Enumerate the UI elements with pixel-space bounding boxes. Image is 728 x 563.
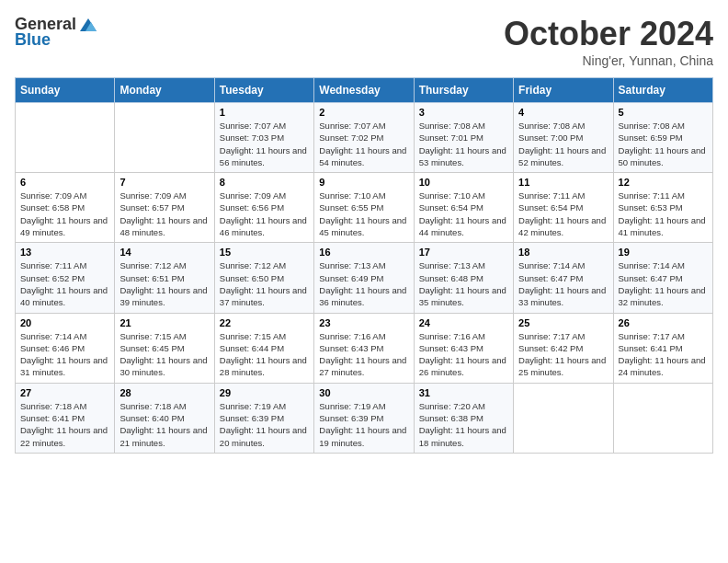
- calendar-cell: 12Sunrise: 7:11 AMSunset: 6:53 PMDayligh…: [613, 173, 712, 243]
- day-detail: Sunrise: 7:14 AMSunset: 6:47 PMDaylight:…: [518, 259, 608, 308]
- logo-blue-text: Blue: [15, 30, 51, 50]
- week-row-4: 20Sunrise: 7:14 AMSunset: 6:46 PMDayligh…: [16, 313, 713, 383]
- day-number: 12: [619, 177, 708, 188]
- day-number: 20: [20, 317, 109, 328]
- day-number: 2: [319, 107, 408, 118]
- calendar-cell: 16Sunrise: 7:13 AMSunset: 6:49 PMDayligh…: [314, 243, 414, 313]
- day-number: 28: [119, 387, 209, 398]
- week-row-3: 13Sunrise: 7:11 AMSunset: 6:52 PMDayligh…: [16, 243, 713, 313]
- day-detail: Sunrise: 7:08 AMSunset: 7:01 PMDaylight:…: [419, 120, 508, 168]
- calendar-cell: [115, 103, 214, 173]
- calendar-cell: 20Sunrise: 7:14 AMSunset: 6:46 PMDayligh…: [16, 313, 115, 383]
- calendar-cell: 1Sunrise: 7:07 AMSunset: 7:03 PMDaylight…: [214, 103, 313, 173]
- day-detail: Sunrise: 7:11 AMSunset: 6:54 PMDaylight:…: [518, 190, 608, 238]
- weekday-header-sunday: Sunday: [16, 78, 115, 103]
- title-block: October 2024 Ning'er, Yunnan, China: [504, 15, 713, 68]
- location-subtitle: Ning'er, Yunnan, China: [504, 53, 713, 68]
- calendar-body: 1Sunrise: 7:07 AMSunset: 7:03 PMDaylight…: [16, 103, 713, 454]
- calendar-cell: 22Sunrise: 7:15 AMSunset: 6:44 PMDayligh…: [214, 313, 313, 383]
- weekday-header-row: SundayMondayTuesdayWednesdayThursdayFrid…: [16, 78, 713, 103]
- day-number: 14: [119, 247, 209, 258]
- calendar-cell: 21Sunrise: 7:15 AMSunset: 6:45 PMDayligh…: [115, 313, 214, 383]
- day-number: 10: [419, 177, 508, 188]
- day-number: 25: [518, 317, 608, 328]
- calendar-cell: 23Sunrise: 7:16 AMSunset: 6:43 PMDayligh…: [314, 313, 414, 383]
- day-number: 19: [619, 247, 708, 258]
- day-number: 22: [220, 317, 309, 328]
- calendar-cell: [16, 103, 115, 173]
- day-number: 30: [319, 387, 408, 398]
- calendar-cell: 27Sunrise: 7:18 AMSunset: 6:41 PMDayligh…: [16, 383, 115, 453]
- calendar-cell: 9Sunrise: 7:10 AMSunset: 6:55 PMDaylight…: [314, 173, 414, 243]
- day-number: 21: [119, 317, 209, 328]
- weekday-header-friday: Friday: [514, 78, 613, 103]
- day-detail: Sunrise: 7:20 AMSunset: 6:38 PMDaylight:…: [419, 400, 508, 449]
- day-detail: Sunrise: 7:17 AMSunset: 6:41 PMDaylight:…: [619, 330, 708, 379]
- calendar-cell: 14Sunrise: 7:12 AMSunset: 6:51 PMDayligh…: [115, 243, 214, 313]
- week-row-2: 6Sunrise: 7:09 AMSunset: 6:58 PMDaylight…: [16, 173, 713, 243]
- day-number: 5: [619, 107, 708, 118]
- calendar-cell: [613, 383, 712, 453]
- day-number: 17: [419, 247, 508, 258]
- day-detail: Sunrise: 7:11 AMSunset: 6:53 PMDaylight:…: [619, 190, 708, 238]
- day-detail: Sunrise: 7:10 AMSunset: 6:54 PMDaylight:…: [419, 190, 508, 238]
- day-number: 3: [419, 107, 508, 118]
- logo-icon: [78, 17, 98, 33]
- calendar-cell: 13Sunrise: 7:11 AMSunset: 6:52 PMDayligh…: [16, 243, 115, 313]
- week-row-1: 1Sunrise: 7:07 AMSunset: 7:03 PMDaylight…: [16, 103, 713, 173]
- weekday-header-tuesday: Tuesday: [214, 78, 313, 103]
- calendar-cell: 25Sunrise: 7:17 AMSunset: 6:42 PMDayligh…: [514, 313, 613, 383]
- calendar-cell: 2Sunrise: 7:07 AMSunset: 7:02 PMDaylight…: [314, 103, 414, 173]
- week-row-5: 27Sunrise: 7:18 AMSunset: 6:41 PMDayligh…: [16, 383, 713, 453]
- day-detail: Sunrise: 7:09 AMSunset: 6:57 PMDaylight:…: [119, 190, 209, 238]
- day-detail: Sunrise: 7:15 AMSunset: 6:45 PMDaylight:…: [119, 330, 209, 379]
- day-detail: Sunrise: 7:14 AMSunset: 6:46 PMDaylight:…: [20, 330, 109, 379]
- day-number: 31: [419, 387, 508, 398]
- day-number: 16: [319, 247, 408, 258]
- calendar-cell: 6Sunrise: 7:09 AMSunset: 6:58 PMDaylight…: [16, 173, 115, 243]
- calendar-cell: 24Sunrise: 7:16 AMSunset: 6:43 PMDayligh…: [414, 313, 513, 383]
- calendar-cell: 7Sunrise: 7:09 AMSunset: 6:57 PMDaylight…: [115, 173, 214, 243]
- day-detail: Sunrise: 7:09 AMSunset: 6:58 PMDaylight:…: [20, 190, 109, 238]
- calendar-cell: 3Sunrise: 7:08 AMSunset: 7:01 PMDaylight…: [414, 103, 513, 173]
- day-detail: Sunrise: 7:07 AMSunset: 7:03 PMDaylight:…: [220, 120, 309, 168]
- calendar-cell: 8Sunrise: 7:09 AMSunset: 6:56 PMDaylight…: [214, 173, 313, 243]
- day-number: 29: [220, 387, 309, 398]
- day-number: 23: [319, 317, 408, 328]
- weekday-header-monday: Monday: [115, 78, 214, 103]
- logo: General Blue: [15, 15, 98, 50]
- day-number: 27: [20, 387, 109, 398]
- day-detail: Sunrise: 7:13 AMSunset: 6:49 PMDaylight:…: [319, 259, 408, 308]
- day-detail: Sunrise: 7:08 AMSunset: 6:59 PMDaylight:…: [619, 120, 708, 168]
- weekday-header-wednesday: Wednesday: [314, 78, 414, 103]
- calendar-cell: 10Sunrise: 7:10 AMSunset: 6:54 PMDayligh…: [414, 173, 513, 243]
- day-detail: Sunrise: 7:15 AMSunset: 6:44 PMDaylight:…: [220, 330, 309, 379]
- weekday-header-thursday: Thursday: [414, 78, 513, 103]
- calendar-cell: 5Sunrise: 7:08 AMSunset: 6:59 PMDaylight…: [613, 103, 712, 173]
- day-number: 1: [220, 107, 309, 118]
- day-detail: Sunrise: 7:12 AMSunset: 6:50 PMDaylight:…: [220, 259, 309, 308]
- day-number: 7: [119, 177, 209, 188]
- calendar-cell: 17Sunrise: 7:13 AMSunset: 6:48 PMDayligh…: [414, 243, 513, 313]
- day-detail: Sunrise: 7:10 AMSunset: 6:55 PMDaylight:…: [319, 190, 408, 238]
- day-number: 8: [220, 177, 309, 188]
- day-detail: Sunrise: 7:13 AMSunset: 6:48 PMDaylight:…: [419, 259, 508, 308]
- day-number: 15: [220, 247, 309, 258]
- calendar-cell: [514, 383, 613, 453]
- day-number: 13: [20, 247, 109, 258]
- day-number: 11: [518, 177, 608, 188]
- calendar-cell: 26Sunrise: 7:17 AMSunset: 6:41 PMDayligh…: [613, 313, 712, 383]
- calendar-cell: 11Sunrise: 7:11 AMSunset: 6:54 PMDayligh…: [514, 173, 613, 243]
- calendar-cell: 28Sunrise: 7:18 AMSunset: 6:40 PMDayligh…: [115, 383, 214, 453]
- day-detail: Sunrise: 7:16 AMSunset: 6:43 PMDaylight:…: [419, 330, 508, 379]
- calendar-cell: 19Sunrise: 7:14 AMSunset: 6:47 PMDayligh…: [613, 243, 712, 313]
- calendar-cell: 4Sunrise: 7:08 AMSunset: 7:00 PMDaylight…: [514, 103, 613, 173]
- day-detail: Sunrise: 7:18 AMSunset: 6:40 PMDaylight:…: [119, 400, 209, 449]
- weekday-header-saturday: Saturday: [613, 78, 712, 103]
- day-number: 4: [518, 107, 608, 118]
- day-number: 6: [20, 177, 109, 188]
- day-detail: Sunrise: 7:18 AMSunset: 6:41 PMDaylight:…: [20, 400, 109, 449]
- page-header: General Blue October 2024 Ning'er, Yunna…: [15, 15, 713, 68]
- day-detail: Sunrise: 7:19 AMSunset: 6:39 PMDaylight:…: [319, 400, 408, 449]
- calendar-table: SundayMondayTuesdayWednesdayThursdayFrid…: [15, 77, 713, 454]
